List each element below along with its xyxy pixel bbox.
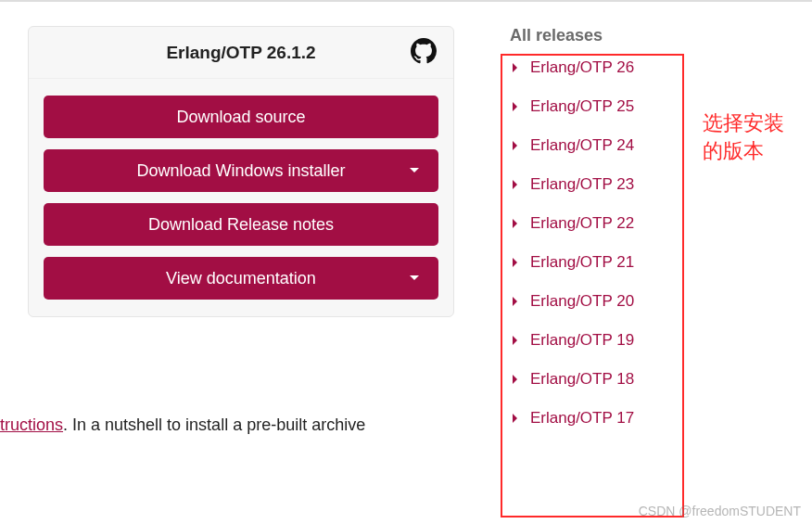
release-label: Erlang/OTP 26 <box>530 58 634 77</box>
chevron-right-icon <box>512 179 521 190</box>
card-header: Erlang/OTP 26.1.2 <box>29 27 453 79</box>
release-item[interactable]: Erlang/OTP 26 <box>512 58 695 77</box>
release-label: Erlang/OTP 17 <box>530 409 634 428</box>
release-item[interactable]: Erlang/OTP 25 <box>512 97 695 116</box>
release-item[interactable]: Erlang/OTP 23 <box>512 175 695 194</box>
release-label: Erlang/OTP 19 <box>530 331 634 350</box>
instructions-link[interactable]: tructions <box>0 415 63 434</box>
release-label: Erlang/OTP 22 <box>530 214 634 233</box>
download-windows-installer-button[interactable]: Download Windows installer <box>44 149 438 192</box>
button-label: View documentation <box>166 269 316 288</box>
release-item[interactable]: Erlang/OTP 19 <box>512 331 695 350</box>
watermark: CSDN @freedomSTUDENT <box>639 504 801 518</box>
release-label: Erlang/OTP 23 <box>530 175 634 194</box>
caret-down-icon <box>409 167 420 174</box>
download-source-button[interactable]: Download source <box>44 96 438 138</box>
chevron-right-icon <box>512 374 521 385</box>
caret-down-icon <box>409 275 420 282</box>
footer-text: tructions. In a nutshell to install a pr… <box>0 415 365 435</box>
github-icon[interactable] <box>411 38 437 68</box>
chevron-right-icon <box>512 140 521 151</box>
release-item[interactable]: Erlang/OTP 18 <box>512 370 695 389</box>
chevron-right-icon <box>512 296 521 307</box>
release-list: Erlang/OTP 26 Erlang/OTP 25 Erlang/OTP 2… <box>510 58 695 428</box>
button-label: Download source <box>176 108 305 127</box>
button-label: Download Windows installer <box>136 161 345 181</box>
release-label: Erlang/OTP 20 <box>530 292 634 311</box>
button-group: Download source Download Windows install… <box>29 79 453 316</box>
release-label: Erlang/OTP 21 <box>530 253 634 272</box>
chevron-right-icon <box>512 413 521 424</box>
release-label: Erlang/OTP 25 <box>530 97 634 116</box>
chevron-right-icon <box>512 101 521 112</box>
card-title: Erlang/OTP 26.1.2 <box>166 43 315 63</box>
release-label: Erlang/OTP 18 <box>530 370 634 389</box>
all-releases-sidebar: All releases Erlang/OTP 26 Erlang/OTP 25… <box>510 26 695 428</box>
download-release-notes-button[interactable]: Download Release notes <box>44 203 438 246</box>
footer-rest: . In a nutshell to install a pre-built a… <box>63 415 365 434</box>
sidebar-title: All releases <box>510 26 695 45</box>
release-item[interactable]: Erlang/OTP 21 <box>512 253 695 272</box>
annotation-text: 选择安装的版本 <box>703 109 786 164</box>
release-item[interactable]: Erlang/OTP 17 <box>512 409 695 428</box>
chevron-right-icon <box>512 257 521 268</box>
button-label: Download Release notes <box>148 215 334 235</box>
chevron-right-icon <box>512 335 521 346</box>
release-item[interactable]: Erlang/OTP 24 <box>512 136 695 155</box>
download-card: Erlang/OTP 26.1.2 Download source Downlo… <box>28 26 454 317</box>
top-border <box>0 0 812 2</box>
release-item[interactable]: Erlang/OTP 20 <box>512 292 695 311</box>
chevron-right-icon <box>512 218 521 229</box>
chevron-right-icon <box>512 62 521 73</box>
view-documentation-button[interactable]: View documentation <box>44 257 438 300</box>
release-item[interactable]: Erlang/OTP 22 <box>512 214 695 233</box>
release-label: Erlang/OTP 24 <box>530 136 634 155</box>
